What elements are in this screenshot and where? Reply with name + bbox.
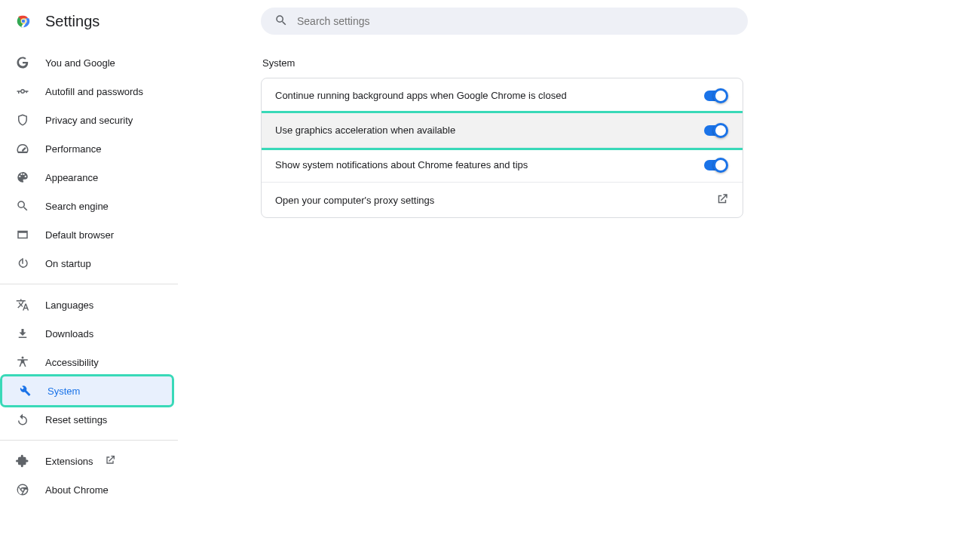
nav-divider [0, 440, 178, 441]
sidebar-item-label: Downloads [45, 328, 93, 339]
setting-label: Show system notifications about Chrome f… [275, 159, 528, 170]
sidebar-item-on-startup[interactable]: On startup [0, 249, 170, 278]
sidebar-item-default-browser[interactable]: Default browser [0, 220, 170, 249]
main-content: System Continue running background apps … [178, 0, 980, 556]
sidebar-item-label: Languages [45, 300, 93, 311]
sidebar-item-label: Reset settings [45, 414, 107, 425]
search-icon [15, 198, 30, 213]
nav-divider [0, 284, 178, 284]
setting-row: Show system notifications about Chrome f… [262, 148, 743, 183]
toggle-switch[interactable] [704, 125, 727, 136]
download-icon [15, 326, 30, 341]
sidebar-item-label: You and Google [45, 57, 115, 69]
sidebar-item-accessibility[interactable]: Accessibility [0, 348, 170, 376]
toggle-switch[interactable] [704, 91, 727, 101]
wrench-icon [17, 383, 32, 398]
google-icon [15, 55, 30, 70]
language-icon [15, 297, 30, 312]
sidebar-item-extensions[interactable]: Extensions [0, 447, 170, 475]
sidebar-item-label: About Chrome [45, 484, 109, 496]
accessibility-icon [15, 355, 30, 370]
browser-icon [15, 227, 30, 242]
section-title: System [262, 57, 295, 69]
sidebar-item-label: Extensions [45, 456, 93, 467]
sidebar-item-label: Privacy and security [45, 115, 133, 126]
setting-row: Continue running background apps when Go… [262, 78, 743, 113]
setting-label: Open your computer's proxy settings [275, 195, 434, 206]
power-icon [15, 256, 30, 271]
toggle-switch[interactable] [704, 160, 727, 170]
palette-icon [15, 170, 30, 185]
speed-icon [15, 141, 30, 156]
sidebar-item-label: Appearance [45, 172, 98, 183]
sidebar-item-search-engine[interactable]: Search engine [0, 192, 170, 220]
sidebar-item-reset-settings[interactable]: Reset settings [0, 405, 170, 434]
sidebar-item-label: Accessibility [45, 357, 99, 368]
sidebar-item-privacy-and-security[interactable]: Privacy and security [0, 106, 170, 134]
sidebar-item-system[interactable]: System [2, 376, 172, 405]
setting-label: Use graphics acceleration when available [275, 124, 455, 136]
shield-icon [15, 112, 30, 127]
search-input[interactable] [297, 15, 734, 27]
sidebar-item-label: Search engine [45, 201, 109, 212]
sidebar-item-languages[interactable]: Languages [0, 290, 170, 319]
page-title: Settings [45, 13, 100, 30]
settings-header: Settings [0, 0, 178, 42]
sidebar-item-appearance[interactable]: Appearance [0, 163, 170, 192]
open-external-icon [104, 454, 116, 468]
svg-point-2 [22, 20, 26, 23]
chrome-logo-icon [15, 13, 32, 29]
sidebar-item-label: On startup [45, 258, 91, 269]
setting-row[interactable]: Open your computer's proxy settings [262, 183, 743, 217]
setting-row: Use graphics acceleration when available [262, 113, 743, 148]
sidebar-item-label: Autofill and passwords [45, 86, 143, 97]
sidebar-item-downloads[interactable]: Downloads [0, 319, 170, 348]
search-icon [274, 14, 297, 29]
sidebar: Settings You and GoogleAutofill and pass… [0, 0, 178, 556]
extension-icon [15, 453, 30, 468]
setting-label: Continue running background apps when Go… [275, 90, 567, 101]
settings-card: Continue running background apps when Go… [261, 78, 743, 218]
sidebar-item-performance[interactable]: Performance [0, 134, 170, 163]
open-external-icon [715, 192, 729, 208]
sidebar-item-you-and-google[interactable]: You and Google [0, 48, 170, 77]
sidebar-item-label: System [47, 386, 80, 397]
chrome-outline-icon [15, 482, 30, 497]
sidebar-item-label: Default browser [45, 229, 114, 241]
key-icon [15, 84, 30, 99]
reset-icon [15, 412, 30, 427]
sidebar-item-autofill-and-passwords[interactable]: Autofill and passwords [0, 77, 170, 106]
sidebar-item-about-chrome[interactable]: About Chrome [0, 475, 170, 504]
sidebar-item-label: Performance [45, 143, 101, 155]
search-bar[interactable] [261, 8, 748, 35]
